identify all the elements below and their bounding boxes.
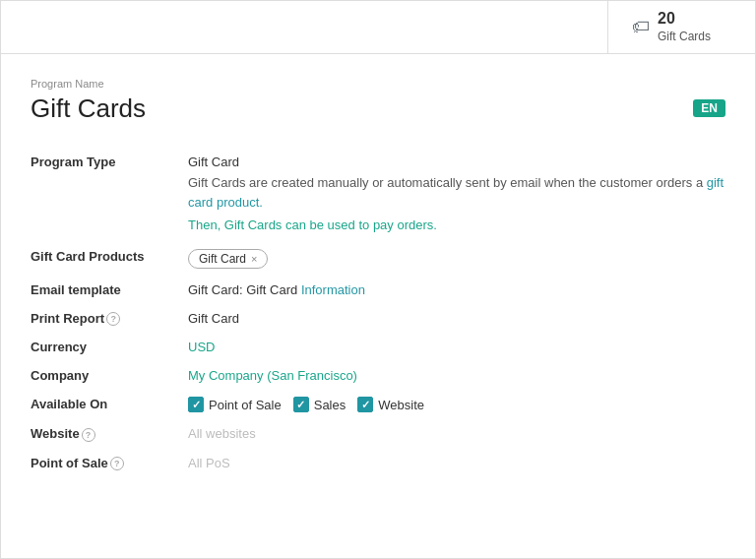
pos-value: All PoS <box>188 449 725 478</box>
company-label: Company <box>31 361 188 390</box>
pos-row: Point of Sale? All PoS <box>31 449 725 478</box>
email-template-link[interactable]: Information <box>301 282 365 297</box>
email-template-row: Email template Gift Card: Gift Card Info… <box>31 276 725 304</box>
available-on-value: Point of Sale Sales Website <box>188 390 725 419</box>
website-help[interactable]: ? <box>82 428 95 442</box>
available-on-row: Available On Point of Sale Sales <box>31 390 725 419</box>
main-content: Program Name Gift Cards EN Program Type … <box>1 54 755 558</box>
checkbox-website-box[interactable] <box>357 397 373 412</box>
email-template-value: Gift Card: Gift Card Information <box>188 276 725 304</box>
gift-cards-counter[interactable]: 🏷 20 Gift Cards <box>607 1 755 53</box>
counter-number: 20 <box>658 9 711 30</box>
program-type-text: Gift Card <box>188 155 239 169</box>
lang-badge[interactable]: EN <box>693 99 725 117</box>
email-template-prefix: Gift Card: Gift Card <box>188 282 301 297</box>
website-row: Website? All websites <box>31 419 725 449</box>
website-label: Website? <box>31 419 188 449</box>
page-title: Gift Cards <box>31 93 146 124</box>
company-row: Company My Company (San Francisco) <box>31 361 725 390</box>
email-template-label: Email template <box>31 276 188 304</box>
program-type-description2: Then, Gift Cards can be used to pay orde… <box>188 216 725 235</box>
program-type-label: Program Type <box>31 148 188 242</box>
print-report-help[interactable]: ? <box>106 312 120 326</box>
checkbox-pos-label: Point of Sale <box>209 398 282 412</box>
gift-card-products-label: Gift Card Products <box>31 242 188 276</box>
top-bar: 🏷 20 Gift Cards <box>1 1 755 54</box>
program-type-description: Gift Cards are created manually or autom… <box>188 173 725 212</box>
print-report-row: Print Report? Gift Card <box>31 304 725 334</box>
pos-placeholder: All PoS <box>188 456 230 470</box>
pos-label: Point of Sale? <box>31 449 188 478</box>
checkbox-sales[interactable]: Sales <box>293 397 346 412</box>
print-report-label: Print Report? <box>31 304 188 334</box>
counter-label: Gift Cards <box>658 30 711 45</box>
company-value[interactable]: My Company (San Francisco) <box>188 361 725 390</box>
gift-card-products-row: Gift Card Products Gift Card × <box>31 242 725 276</box>
program-type-value: Gift Card Gift Cards are created manuall… <box>188 148 725 242</box>
currency-label: Currency <box>31 333 188 361</box>
currency-value[interactable]: USD <box>188 333 725 361</box>
gift-card-chip[interactable]: Gift Card × <box>188 249 268 269</box>
website-placeholder: All websites <box>188 426 256 441</box>
checkbox-website-label: Website <box>378 398 424 412</box>
print-report-value: Gift Card <box>188 304 725 334</box>
website-value: All websites <box>188 419 725 449</box>
counter-info: 20 Gift Cards <box>658 9 711 44</box>
checkbox-sales-label: Sales <box>314 398 346 412</box>
pos-help[interactable]: ? <box>110 457 124 470</box>
gift-card-products-value: Gift Card × <box>188 242 725 276</box>
page-title-row: Gift Cards EN <box>31 93 725 124</box>
program-type-row: Program Type Gift Card Gift Cards are cr… <box>31 148 725 242</box>
currency-row: Currency USD <box>31 333 725 361</box>
chip-text: Gift Card <box>199 252 246 266</box>
program-name-label: Program Name <box>31 78 725 90</box>
checkboxes-row: Point of Sale Sales Website <box>188 397 725 412</box>
tag-icon: 🏷 <box>632 17 650 37</box>
checkbox-pos[interactable]: Point of Sale <box>188 397 282 412</box>
gift-card-link[interactable]: gift card product. <box>188 175 724 210</box>
chip-close[interactable]: × <box>251 253 257 265</box>
checkbox-website[interactable]: Website <box>357 397 424 412</box>
available-on-label: Available On <box>31 390 188 419</box>
checkbox-sales-box[interactable] <box>293 397 309 412</box>
checkbox-pos-box[interactable] <box>188 397 204 412</box>
form-table: Program Type Gift Card Gift Cards are cr… <box>31 148 725 477</box>
